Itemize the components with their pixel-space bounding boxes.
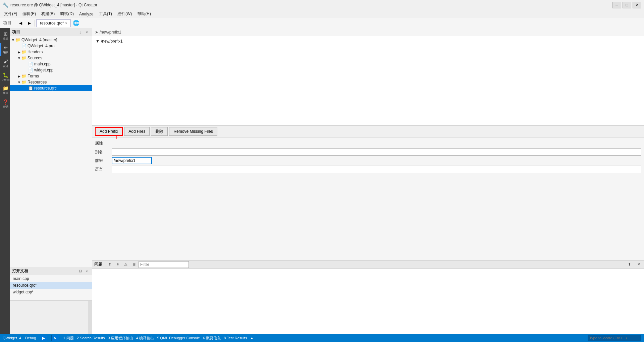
bottom-panel-title: 问题 [94,262,102,267]
tree-arrow-sources: ▼ [17,56,21,60]
lang-input[interactable] [112,166,641,173]
edit-label: 编辑 [3,51,8,54]
resource-prefix-item[interactable]: ▼ /new/prefix1 [94,38,642,44]
breadcrumb-bar: ➤ /new/prefix1 [92,28,644,36]
title-bar-left: 🔧 resource.qrc @ QWidget_4 [master] - Qt… [3,2,97,8]
resource-tab[interactable]: resource.qrc* × [36,19,71,27]
res-prefix-label: /new/prefix1 [101,39,123,44]
breadcrumb-text: /new/prefix1 [100,30,121,35]
main-layout: ⊞ 欢迎 ✏ 编辑 🖌 设计 🐛 Debug 📁 项目 ❓ 帮助 项目 ↕ [0,28,644,334]
open-file-widget[interactable]: widget.cpp* [10,289,92,295]
tree-item-resource-qrc[interactable]: 📋 resource.qrc [10,85,92,91]
open-files-panel: 打开文档 ⊡ × main.cpp resource.qrc* widget.c… [10,267,92,334]
minimize-button[interactable]: ─ [612,2,621,8]
tree-label-headers: Headers [28,50,43,54]
project-label: 项目 [3,91,8,95]
alias-label: 别名 [95,149,112,155]
add-prefix-button[interactable]: Add Prefix [95,127,123,136]
tree-label-resources: Resources [28,80,47,84]
filter-nav-down[interactable]: ⬇ [114,261,121,268]
locator-input[interactable] [588,335,641,341]
tab-bar: resource.qrc* × 🌐 [36,19,643,27]
tree-item-widget[interactable]: 📄 widget.cpp [10,67,92,73]
folder-icon-sources: 📁 [21,56,26,60]
menu-item-e[interactable]: 编辑(E) [20,10,39,17]
new-tab-button[interactable]: 🌐 [71,20,82,26]
filter-warning[interactable]: ⚠ [122,261,129,268]
file-icon-pro: 📄 [21,44,26,48]
menu-item-analyze[interactable]: Analyze [76,11,96,17]
menu-item-b[interactable]: 构建(B) [39,10,57,17]
sidebar-item-debug[interactable]: 🐛 Debug [0,71,10,83]
prefix-input[interactable] [112,157,152,164]
help-icon: ❓ [3,100,8,104]
resource-tree-area: ▼ /new/prefix1 [92,36,644,125]
sidebar-item-help[interactable]: ❓ 帮助 [0,98,10,111]
toolbar-sep-2 [35,20,35,26]
breadcrumb-arrow: ➤ [95,30,98,35]
filter-icon[interactable]: ⊟ [130,261,137,268]
folder-icon-headers: 📁 [21,50,26,54]
sidebar-item-design[interactable]: 🖌 设计 [0,57,10,70]
open-files-expand[interactable]: ⊡ [77,268,83,274]
design-label: 设计 [3,64,8,68]
tree-item-main[interactable]: 📄 main.cpp [10,61,92,67]
panel-header-buttons: ↕ × [77,29,90,35]
scrollbar[interactable] [88,301,92,334]
tab-label: resource.qrc* [40,21,64,25]
tree-item-sources[interactable]: ▼ 📁 Sources [10,55,92,61]
build-button[interactable]: ➤ [51,335,59,341]
open-file-main[interactable]: main.cpp [10,275,92,282]
sidebar-item-edit[interactable]: ✏ 编辑 [0,43,10,56]
properties-title: 属性 [95,140,103,146]
alias-input[interactable] [112,148,641,156]
open-files-buttons: ⊡ × [77,268,90,274]
nav-forward-button[interactable]: ▶ [25,19,33,27]
bottom-panel-tabs: 问题 ⬆ ⬇ ⚠ ⊟ ⬆ ✕ [92,261,644,269]
filter-nav-up[interactable]: ⬆ [106,261,113,268]
open-files-close[interactable]: × [84,268,90,274]
menu-item-f[interactable]: 文件(F) [1,10,20,17]
lang-label: 语言 [95,167,112,172]
lang-row: 语言 [95,165,641,174]
run-button[interactable]: ▶ [40,335,47,341]
menu-item-t[interactable]: 工具(T) [96,10,115,17]
properties-title-row: 属性 [95,139,641,148]
menu-item-h[interactable]: 帮助(H) [135,10,154,17]
alias-row: 别名 [95,148,641,156]
tree-item-forms[interactable]: ▶ 📁 Forms [10,73,92,79]
add-files-button[interactable]: Add Files [124,127,150,136]
bottom-panel-expand[interactable]: ⬆ [626,261,633,268]
tree-item-pro[interactable]: 📄 QWidget_4.pro [10,43,92,49]
status-issues: 1 问题 2 Search Results 3 应用程序输出 4 编译输出 5 … [63,336,254,341]
title-text: resource.qrc @ QWidget_4 [master] - Qt C… [10,3,97,7]
restore-button[interactable]: □ [623,2,631,8]
status-right [588,335,641,341]
sidebar-item-project[interactable]: 📁 项目 [0,84,10,97]
panel-close-button[interactable]: × [84,29,90,35]
tree-item-resources[interactable]: ▼ 📁 Resources [10,79,92,85]
tree-item-root[interactable]: ▼ 📁 QWidget_4 [master] [10,37,92,43]
open-file-resource[interactable]: resource.qrc* [10,282,92,289]
filter-input[interactable] [139,261,189,268]
tree-label-forms: Forms [28,74,39,78]
status-project: QWidget_4 [3,336,21,340]
nav-back-button[interactable]: ◀ [16,19,24,27]
open-files-list: main.cpp resource.qrc* widget.cpp* [10,275,92,300]
menu-item-d[interactable]: 调试(D) [57,10,76,17]
sidebar-item-welcome[interactable]: ⊞ 欢迎 [0,30,10,43]
tab-close-icon[interactable]: × [65,21,67,25]
panel-sync-button[interactable]: ↕ [77,29,83,35]
editor-area: ➤ /new/prefix1 ▼ /new/prefix1 Add Prefix… [92,28,644,334]
close-button[interactable]: ✕ [633,2,641,8]
bottom-panel-close[interactable]: ✕ [635,261,642,268]
remove-missing-button[interactable]: Remove Missing Files [169,127,217,136]
tree-label-root: QWidget_4 [master] [21,38,57,42]
bottom-panel: 问题 ⬆ ⬇ ⚠ ⊟ ⬆ ✕ [92,260,644,334]
tree-item-headers[interactable]: ▶ 📁 Headers [10,49,92,55]
project-icon: 📁 [3,86,8,91]
title-bar: 🔧 resource.qrc @ QWidget_4 [master] - Qt… [0,0,644,10]
menu-item-w[interactable]: 控件(W) [115,10,135,17]
status-config: Debug [25,336,36,340]
delete-button[interactable]: 删除 [151,127,168,136]
